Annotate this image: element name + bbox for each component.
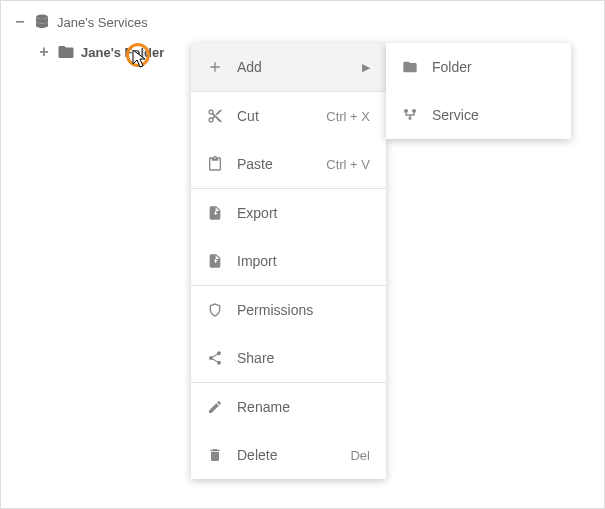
menu-item-label: Cut bbox=[237, 108, 312, 124]
menu-item-rename[interactable]: Rename bbox=[191, 383, 386, 431]
folder-icon bbox=[402, 59, 418, 75]
menu-item-label: Rename bbox=[237, 399, 370, 415]
import-icon bbox=[207, 253, 223, 269]
submenu-item-folder[interactable]: Folder bbox=[386, 43, 571, 91]
collapse-icon[interactable]: − bbox=[13, 15, 27, 29]
database-icon bbox=[33, 13, 51, 31]
svg-point-0 bbox=[36, 15, 48, 20]
context-submenu: Folder Service bbox=[386, 43, 571, 139]
export-icon bbox=[207, 205, 223, 221]
rename-icon bbox=[207, 399, 223, 415]
menu-item-shortcut: Ctrl + V bbox=[326, 157, 370, 172]
shield-icon bbox=[207, 302, 223, 318]
menu-item-shortcut: Ctrl + X bbox=[326, 109, 370, 124]
svg-point-2 bbox=[412, 109, 416, 113]
folder-icon bbox=[57, 43, 75, 61]
tree-view: − Jane's Services + Jane's Folder bbox=[13, 11, 164, 63]
menu-item-export[interactable]: Export bbox=[191, 189, 386, 237]
menu-item-label: Permissions bbox=[237, 302, 370, 318]
menu-item-label: Folder bbox=[432, 59, 555, 75]
menu-item-import[interactable]: Import bbox=[191, 237, 386, 285]
service-icon bbox=[402, 107, 418, 123]
expand-icon[interactable]: + bbox=[37, 45, 51, 59]
menu-item-add[interactable]: Add ▶ bbox=[191, 43, 386, 91]
share-icon bbox=[207, 350, 223, 366]
tree-node-root[interactable]: − Jane's Services bbox=[13, 11, 164, 33]
cut-icon bbox=[207, 108, 223, 124]
tree-node-label: Jane's Folder bbox=[81, 45, 164, 60]
svg-rect-3 bbox=[409, 117, 412, 120]
plus-icon bbox=[207, 59, 223, 75]
context-menu: Add ▶ Cut Ctrl + X Paste Ctrl + V Export bbox=[191, 43, 386, 479]
menu-item-paste[interactable]: Paste Ctrl + V bbox=[191, 140, 386, 188]
menu-item-label: Share bbox=[237, 350, 370, 366]
menu-item-label: Add bbox=[237, 59, 348, 75]
menu-item-label: Paste bbox=[237, 156, 312, 172]
paste-icon bbox=[207, 156, 223, 172]
tree-node-folder[interactable]: + Jane's Folder bbox=[37, 41, 164, 63]
menu-item-label: Import bbox=[237, 253, 370, 269]
menu-item-label: Service bbox=[432, 107, 555, 123]
app-window: − Jane's Services + Jane's Folder Add ▶ bbox=[0, 0, 605, 509]
menu-item-label: Delete bbox=[237, 447, 336, 463]
menu-item-label: Export bbox=[237, 205, 370, 221]
chevron-right-icon: ▶ bbox=[362, 61, 370, 74]
menu-item-shortcut: Del bbox=[350, 448, 370, 463]
menu-item-share[interactable]: Share bbox=[191, 334, 386, 382]
menu-item-delete[interactable]: Delete Del bbox=[191, 431, 386, 479]
delete-icon bbox=[207, 447, 223, 463]
tree-node-label: Jane's Services bbox=[57, 15, 148, 30]
menu-item-cut[interactable]: Cut Ctrl + X bbox=[191, 92, 386, 140]
menu-item-permissions[interactable]: Permissions bbox=[191, 286, 386, 334]
submenu-item-service[interactable]: Service bbox=[386, 91, 571, 139]
svg-point-1 bbox=[404, 109, 408, 113]
